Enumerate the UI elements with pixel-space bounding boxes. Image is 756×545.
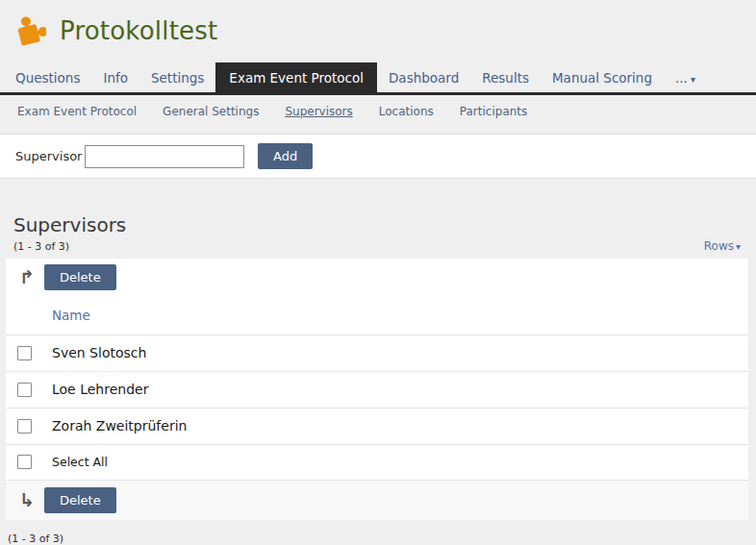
column-header-name[interactable]: Name — [52, 308, 90, 323]
subtab-general-settings[interactable]: General Settings — [163, 105, 259, 118]
section-title: Supervisors — [13, 213, 741, 236]
caret-down-icon: ▾ — [691, 74, 695, 85]
caret-down-icon: ▾ — [736, 241, 741, 252]
tab-overflow-label: ... — [675, 70, 688, 86]
table-toolbar-bottom: ↳ Delete — [6, 480, 748, 520]
subtab-exam-event-protocol[interactable]: Exam Event Protocol — [17, 105, 137, 118]
tab-results[interactable]: Results — [470, 64, 541, 92]
puzzle-icon — [13, 14, 46, 47]
row-checkbox[interactable] — [17, 419, 32, 434]
tab-dashboard[interactable]: Dashboard — [377, 64, 470, 92]
select-all-row: Select All — [6, 444, 748, 480]
table-row: Sven Slotosch — [6, 334, 748, 371]
tab-manual-scoring[interactable]: Manual Scoring — [541, 64, 664, 92]
range-indicator-top: (1 - 3 of 3) — [13, 240, 69, 253]
tab-settings[interactable]: Settings — [139, 64, 215, 92]
app-window: Protokolltest Questions Info Settings Ex… — [0, 0, 756, 545]
tab-questions[interactable]: Questions — [4, 64, 91, 92]
table-toolbar-top: ↱ Delete — [6, 259, 748, 296]
range-indicator-bottom: (1 - 3 of 3) — [8, 533, 63, 545]
table-row: Loe Lehrender — [6, 371, 748, 408]
range-indicator-bottom-wrap: (1 - 3 of 3) — [0, 520, 756, 545]
arrow-up-right-icon: ↱ — [15, 268, 38, 286]
add-button[interactable]: Add — [258, 143, 313, 169]
table-row: Zorah Zweitprüferin — [6, 408, 748, 444]
tab-exam-event-protocol[interactable]: Exam Event Protocol — [215, 62, 377, 92]
supervisor-name: Zorah Zweitprüferin — [52, 418, 187, 434]
table-header-row: Name — [6, 296, 748, 334]
sub-tabbar: Exam Event Protocol General Settings Sup… — [0, 95, 756, 127]
main-tabbar: Questions Info Settings Exam Event Proto… — [0, 62, 756, 95]
tab-info[interactable]: Info — [91, 64, 139, 92]
page-title: Protokolltest — [60, 16, 217, 45]
select-all-label: Select All — [52, 455, 108, 469]
subtab-supervisors[interactable]: Supervisors — [285, 105, 352, 118]
supervisor-field-label: Supervisor — [15, 149, 85, 163]
supervisor-name: Sven Slotosch — [52, 345, 146, 360]
supervisor-name: Loe Lehrender — [52, 382, 148, 397]
table-meta-row: (1 - 3 of 3) Rows▾ — [0, 236, 756, 259]
row-checkbox[interactable] — [17, 383, 32, 397]
delete-button-top[interactable]: Delete — [44, 264, 116, 290]
delete-button-bottom[interactable]: Delete — [44, 487, 116, 513]
supervisors-table: ↱ Delete Name Sven Slotosch Loe Lehrende… — [6, 259, 748, 520]
tab-overflow[interactable]: ...▾ — [664, 64, 707, 92]
add-supervisor-form: Supervisor Add — [0, 134, 756, 179]
subtab-participants[interactable]: Participants — [460, 105, 528, 118]
subtab-locations[interactable]: Locations — [379, 105, 434, 118]
page-header: Protokolltest — [0, 0, 756, 61]
select-all-checkbox[interactable] — [17, 455, 32, 469]
rows-dropdown[interactable]: Rows▾ — [704, 239, 741, 253]
row-checkbox[interactable] — [17, 346, 32, 360]
rows-dropdown-label: Rows — [704, 239, 734, 253]
supervisor-input[interactable] — [85, 145, 244, 168]
arrow-down-right-icon: ↳ — [15, 491, 38, 509]
